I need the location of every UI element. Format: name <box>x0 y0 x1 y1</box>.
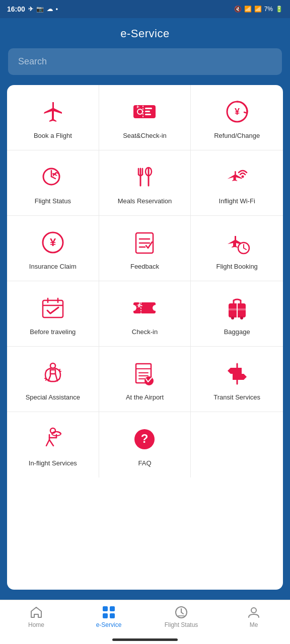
status-indicators: 🔇 📶 📶 7% 🔋 <box>234 6 283 13</box>
grid-label: FAQ <box>138 459 151 468</box>
grid-label: Baggage <box>224 328 250 337</box>
service-grid-container: Book a Flight Seat&Check-in <box>7 85 283 590</box>
svg-line-12 <box>51 177 55 179</box>
svg-line-57 <box>181 612 183 614</box>
app-header: e-Service <box>0 18 290 48</box>
check-in-ticket-icon <box>129 293 160 323</box>
grid-item-meals-reservation[interactable]: Meals Reservation <box>99 150 191 216</box>
nav-label-me: Me <box>250 621 258 628</box>
baggage-icon <box>222 293 252 323</box>
grid-item-flight-booking[interactable]: Flight Booking <box>191 216 283 281</box>
svg-rect-4 <box>145 108 152 109</box>
at-airport-icon <box>129 358 160 388</box>
battery-icon: 🔋 <box>275 6 283 13</box>
grid-label: Special Assistance <box>26 393 80 402</box>
grid-label: Insurance Claim <box>29 263 77 271</box>
flight-status-nav-icon <box>174 605 188 619</box>
svg-rect-52 <box>110 606 115 611</box>
grid-label: At the Airport <box>126 393 164 402</box>
status-time: 16:00 ✈ 📷 ☁ • <box>7 5 58 13</box>
grid-item-baggage[interactable]: Baggage <box>191 281 283 347</box>
meals-icon <box>129 162 160 192</box>
airplane-mode-icon: ✈ <box>28 6 33 13</box>
svg-point-16 <box>241 176 244 178</box>
grid-item-empty <box>191 412 283 477</box>
yen-circle-icon: ¥ <box>38 227 68 258</box>
status-bar: 16:00 ✈ 📷 ☁ • 🔇 📶 📶 7% 🔋 <box>0 0 290 18</box>
special-assist-icon <box>38 358 68 388</box>
grid-item-faq[interactable]: ? FAQ <box>99 412 191 477</box>
refund-icon: ¥ <box>222 97 252 127</box>
feedback-icon <box>129 227 160 258</box>
grid-item-before-traveling[interactable]: Before traveling <box>7 281 99 347</box>
grid-label: Check-in <box>132 328 158 337</box>
nav-item-e-service[interactable]: e-Service <box>72 605 145 628</box>
grid-item-inflight-wifi[interactable]: Inflight Wi-Fi <box>191 150 283 216</box>
faq-icon: ? <box>129 424 160 454</box>
search-input[interactable] <box>8 48 282 75</box>
flight-booking-icon <box>222 227 252 258</box>
service-grid: Book a Flight Seat&Check-in <box>7 85 283 477</box>
grid-item-at-the-airport[interactable]: At the Airport <box>99 347 191 412</box>
svg-rect-51 <box>103 606 108 611</box>
grid-label: Feedback <box>130 263 159 271</box>
grid-item-transit-services[interactable]: Transit Services <box>191 347 283 412</box>
grid-label: In-flight Services <box>29 459 77 468</box>
svg-point-38 <box>240 316 243 319</box>
calendar-check-icon <box>38 293 68 323</box>
sim-icon: 📷 <box>36 6 44 13</box>
me-icon <box>247 605 261 619</box>
inflight-service-icon <box>38 424 68 454</box>
svg-text:¥: ¥ <box>235 107 240 117</box>
svg-rect-36 <box>229 308 246 310</box>
vpn-icon: ☁ <box>47 6 53 13</box>
svg-rect-53 <box>103 613 108 618</box>
home-bar <box>112 638 178 641</box>
home-icon <box>29 605 43 619</box>
e-service-icon <box>102 605 116 619</box>
svg-point-59 <box>251 608 256 613</box>
grid-label: Flight Booking <box>216 263 257 271</box>
signal-icon: 📶 <box>254 6 262 13</box>
svg-rect-5 <box>145 111 150 112</box>
grid-item-flight-status[interactable]: Flight Status <box>7 150 99 216</box>
nav-label-home: Home <box>28 621 44 628</box>
transit-icon <box>222 358 252 388</box>
clock-plane-icon <box>38 162 68 192</box>
svg-point-39 <box>50 363 55 368</box>
svg-text:¥: ¥ <box>50 236 56 249</box>
home-indicator <box>0 638 290 644</box>
svg-rect-26 <box>43 300 63 317</box>
nav-item-home[interactable]: Home <box>0 605 72 628</box>
plane-icon <box>38 97 68 127</box>
svg-rect-54 <box>110 613 115 618</box>
svg-text:?: ? <box>141 432 149 445</box>
nav-label-flight-status: Flight Status <box>165 621 198 628</box>
grid-label: Before traveling <box>30 328 76 337</box>
grid-item-inflight-services[interactable]: In-flight Services <box>7 412 99 477</box>
grid-label: Flight Status <box>35 197 71 206</box>
nav-item-flight-status[interactable]: Flight Status <box>145 605 218 628</box>
grid-item-seat-checkin[interactable]: Seat&Check-in <box>99 85 191 150</box>
grid-item-special-assistance[interactable]: Special Assistance <box>7 347 99 412</box>
svg-point-37 <box>231 316 234 319</box>
grid-item-insurance-claim[interactable]: ¥ Insurance Claim <box>7 216 99 281</box>
bottom-nav: Home e-Service Flight Status <box>0 600 290 638</box>
nav-label-e-service: e-Service <box>96 621 122 628</box>
page-title: e-Service <box>120 27 169 40</box>
battery-level: 7% <box>264 6 273 13</box>
grid-item-feedback[interactable]: Feedback <box>99 216 191 281</box>
grid-item-check-in[interactable]: Check-in <box>99 281 191 347</box>
grid-item-book-a-flight[interactable]: Book a Flight <box>7 85 99 150</box>
grid-label: Inflight Wi-Fi <box>219 197 255 206</box>
nav-item-me[interactable]: Me <box>218 605 290 628</box>
svg-point-3 <box>138 110 142 114</box>
svg-rect-6 <box>145 114 151 115</box>
wifi-icon: 📶 <box>244 6 252 13</box>
grid-label: Refund/Change <box>214 132 260 140</box>
search-container <box>0 48 290 85</box>
grid-label: Transit Services <box>213 393 260 402</box>
dot-icon: • <box>56 6 58 13</box>
grid-item-refund-change[interactable]: ¥ Refund/Change <box>191 85 283 150</box>
svg-rect-30 <box>133 302 156 313</box>
